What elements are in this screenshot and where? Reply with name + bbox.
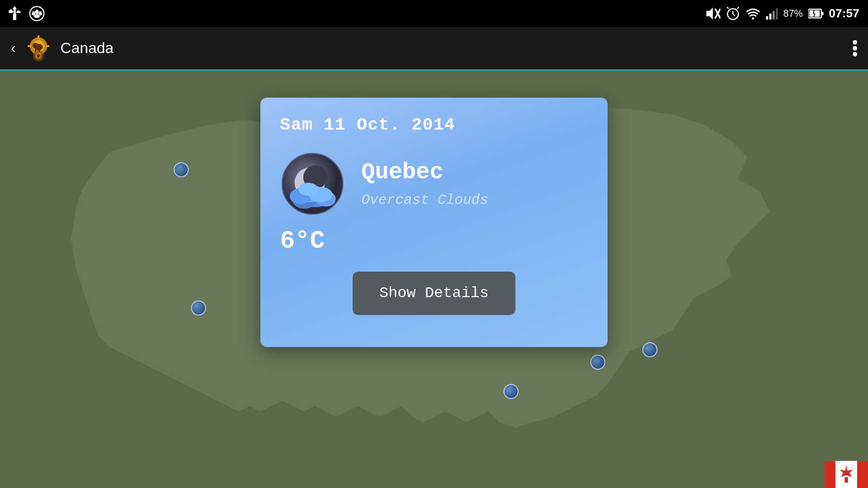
svg-point-20 — [752, 17, 754, 20]
city-name: Quebec — [361, 159, 488, 185]
map-pin[interactable] — [590, 355, 605, 370]
battery-percent: 87% — [783, 8, 803, 20]
weather-card: Sam 11 Oct. 2014 — [260, 98, 608, 347]
status-bar: 87% 07:57 — [0, 0, 868, 27]
weather-info: Quebec Overcast Clouds — [361, 159, 488, 208]
svg-point-43 — [37, 54, 40, 57]
svg-marker-2 — [12, 6, 17, 9]
status-time: 07:57 — [829, 7, 859, 21]
svg-line-17 — [733, 14, 735, 16]
weather-icon-container — [280, 151, 345, 216]
signal-icon — [766, 8, 778, 20]
wifi-icon — [745, 8, 761, 20]
map-area[interactable]: Sam 11 Oct. 2014 — [0, 70, 868, 488]
app-icon — [24, 34, 53, 62]
svg-point-6 — [17, 10, 20, 12]
svg-rect-60 — [845, 477, 848, 483]
canada-flag — [825, 461, 868, 488]
nav-bar: ‹ Canada — [0, 27, 868, 70]
map-pin[interactable] — [642, 342, 658, 357]
svg-marker-12 — [706, 8, 713, 20]
nav-title: Canada — [60, 40, 853, 57]
temperature: 6°C — [280, 227, 588, 255]
svg-line-18 — [727, 7, 729, 9]
svg-rect-22 — [769, 14, 771, 20]
svg-point-54 — [298, 183, 318, 196]
svg-line-19 — [737, 7, 739, 9]
svg-rect-21 — [766, 16, 768, 20]
back-button[interactable]: ‹ — [11, 40, 16, 57]
alarm-icon — [726, 7, 740, 21]
svg-rect-0 — [13, 14, 16, 20]
usb-icon — [9, 6, 21, 21]
svg-rect-23 — [773, 11, 775, 20]
overcast-cloud-icon — [280, 151, 345, 216]
weather-row: Quebec Overcast Clouds — [280, 151, 588, 216]
battery-icon — [808, 8, 824, 19]
svg-rect-58 — [857, 461, 868, 488]
nav-menu-button[interactable] — [853, 38, 857, 58]
svg-rect-57 — [825, 461, 835, 488]
card-date: Sam 11 Oct. 2014 — [280, 115, 588, 135]
show-details-button[interactable]: Show Details — [353, 272, 515, 315]
status-right-icons: 87% 07:57 — [705, 7, 859, 21]
svg-rect-24 — [776, 8, 778, 20]
svg-point-5 — [10, 9, 12, 11]
svg-point-38 — [33, 43, 38, 48]
svg-rect-27 — [821, 12, 824, 15]
mute-icon — [705, 7, 720, 21]
weather-condition: Overcast Clouds — [361, 192, 488, 208]
soccer-icon — [29, 6, 44, 21]
map-pin[interactable] — [503, 384, 519, 399]
status-left-icons — [9, 6, 44, 21]
map-pin[interactable] — [191, 300, 206, 316]
